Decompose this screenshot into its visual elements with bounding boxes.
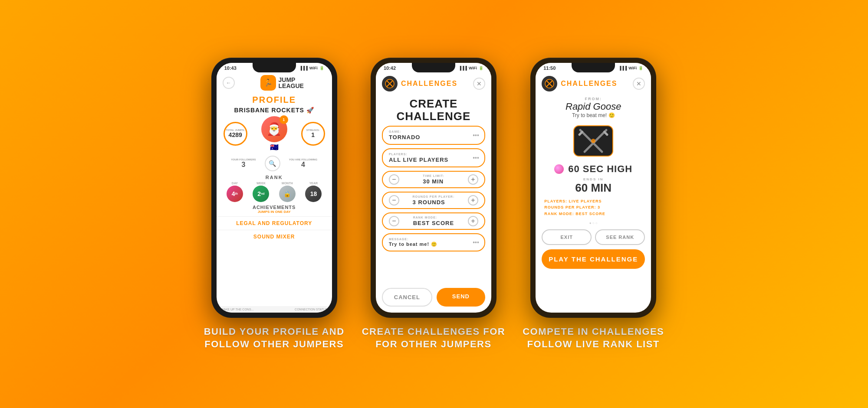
screen3-detail: 11:50 ▐▐▐ WiFi 🔋 [536,63,651,313]
game-type-row: 60 SEC HIGH [536,162,651,176]
logo-area: 🏃 JUMP LEAGUE [260,75,304,91]
swords-logo-icon-3 [545,79,554,88]
challenge-header-3: CHALLENGES ✕ [536,72,651,93]
rounds-label: ROUNDS PER PLAYER: [413,195,455,198]
battery-icon: 🔋 [319,66,324,70]
dots-indicator: ● ○ ○ [536,219,651,227]
battery-icon-3: 🔋 [638,66,643,70]
close-button-2[interactable]: ✕ [473,78,485,90]
rank-title: RANK [222,175,327,180]
signal-icon: ▐▐▐ [299,66,308,70]
from-name: Rapid Goose [542,101,645,112]
logo-icon: 🏃 [260,75,276,91]
message-value: Try to beat me! 🙂 [389,242,478,247]
message-more-icon[interactable]: ••• [473,239,479,246]
search-icon[interactable]: 🔍 [265,156,280,171]
rank-content: RANK MODE: BEST SCORE [413,216,454,226]
phone3-wrapper: 11:50 ▐▐▐ WiFi 🔋 [523,58,664,350]
ends-in-label: ENDS IN [536,177,650,181]
rank-plus-button[interactable]: + [468,216,478,226]
game-value: TORNADO [389,134,478,140]
medal-month: 🔒 [279,186,296,202]
from-label: FROM: [542,97,645,101]
status-time-3: 11:50 [543,65,556,71]
time-limit-field: − TIME LIMIT: 30 MIN + [382,171,485,188]
profile-title: PROFILE [217,93,332,107]
status-icons-1: ▐▐▐ WiFi 🔋 [299,66,324,70]
wifi-icon: WiFi [309,66,318,70]
players-more-icon[interactable]: ••• [473,154,479,161]
challenge-logo: CHALLENGES [382,76,457,91]
time-content: TIME LIMIT: 30 MIN [423,174,444,185]
bottom-left: WAKE UP THE CONS... [221,308,254,311]
rounds-minus-button[interactable]: − [389,195,399,206]
from-section: FROM: Rapid Goose Try to beat me! 🙂 [536,93,651,120]
message-label: MESSAGE: [389,238,478,241]
rank-mode-detail: RANK MODE: BEST SCORE [544,211,642,217]
exit-button[interactable]: EXIT [542,229,592,245]
wifi-icon-3: WiFi [628,66,637,70]
sound-menu-item[interactable]: SOUND MIXER [217,230,332,243]
rank-minus-button[interactable]: − [389,216,399,226]
ends-in-section: ENDS IN 60 MIN [536,176,651,196]
signal-icon-2: ▐▐▐ [459,66,467,70]
challenge-header: CHALLENGES ✕ [376,72,491,93]
phone3-caption: COMPETE IN CHALLENGESFOLLOW LIVE RANK LI… [523,326,664,350]
game-type-title: 60 SEC HIGH [568,163,632,175]
rank-value: BEST SCORE [413,220,454,226]
phone2-caption: CREATE CHALLENGES FORFOR OTHER JUMPERS [362,326,506,350]
game-more-icon[interactable]: ••• [473,132,479,139]
from-message: Try to beat me! 🙂 [542,112,645,118]
status-time-2: 10:42 [384,65,396,71]
message-field[interactable]: MESSAGE: Try to beat me! 🙂 ••• [382,233,485,251]
create-challenge-title: CREATE CHALLENGE [376,93,491,126]
medal-week: 2nd [253,186,269,202]
back-button[interactable]: ← [223,77,235,89]
legal-menu-item[interactable]: LEGAL AND REGULATORY [217,216,332,230]
phone1-screen: 10:43 ▐▐▐ WiFi 🔋 ← 🏃 JUMP [217,63,332,313]
bottom-bar: WAKE UP THE CONS... CONNECTION STATUS [217,306,332,313]
see-rank-button[interactable]: SEE RANK [595,229,645,245]
ends-in-value: 60 MIN [536,181,650,195]
challenge-details: PLAYERS: LIVE PLAYERS ROUNDS PER PLAYER:… [536,196,651,219]
phone3-screen: 11:50 ▐▐▐ WiFi 🔋 [536,63,651,313]
avatar: 🎅 1 [261,116,287,142]
challenge-header-title-3: CHALLENGES [561,80,617,88]
profile-header: ← 🏃 JUMP LEAGUE [217,72,332,93]
following-item: YOU ARE FOLLOWING 4 [289,158,317,169]
rank-day: DAY 4th [227,182,243,202]
screen1-profile: 10:43 ▐▐▐ WiFi 🔋 ← 🏃 JUMP [217,63,332,313]
game-field[interactable]: GAME: TORNADO ••• [382,126,485,145]
action-buttons-row: EXIT SEE RANK [536,227,651,248]
bottom-right: CONNECTION STATUS [295,308,328,311]
rank-items: DAY 4th WEEK 2nd MONTH 🔒 [222,182,327,202]
avatar-area: 🎅 1 🇦🇺 [261,116,287,151]
rank-month: MONTH 🔒 [279,182,296,202]
challenge-logo-icon [382,76,398,91]
total-jumps-circle: TOTAL JUMPS: 4289 [224,122,247,146]
rank-mode-field: − RANK MODE: BEST SCORE + [382,212,485,230]
close-button-3[interactable]: ✕ [633,78,645,90]
cancel-button[interactable]: CANCEL [382,288,432,307]
rounds-plus-button[interactable]: + [468,195,478,206]
rounds-content: ROUNDS PER PLAYER: 3 ROUNDS [413,195,455,206]
profile-name: BRISBANE ROCKETS 🚀 [217,107,332,114]
achievements-title: ACHIEVEMENTS [217,205,331,210]
send-button[interactable]: SEND [437,288,485,307]
challenge-header-title: CHALLENGES [401,80,457,88]
status-time-1: 10:43 [224,65,237,71]
menu-items: LEGAL AND REGULATORY SOUND MIXER [217,216,332,243]
time-plus-button[interactable]: + [468,174,478,185]
game-label: GAME: [389,130,478,133]
wifi-icon-2: WiFi [469,66,477,70]
medal-day: 4th [227,186,243,202]
phone1: 10:43 ▐▐▐ WiFi 🔋 ← 🏃 JUMP [211,58,337,318]
challenge-logo-3: CHALLENGES [542,76,617,91]
players-field[interactable]: PLAYERS: All Live Players ••• [382,148,485,167]
phone2-wrapper: 10:42 ▐▐▐ WiFi 🔋 [362,58,506,350]
play-challenge-button[interactable]: PLAY THE CHALLENGE [542,249,645,269]
phone3: 11:50 ▐▐▐ WiFi 🔋 [530,58,656,318]
create-form: GAME: TORNADO ••• PLAYERS: All Live Play… [376,126,491,284]
status-icons-2: ▐▐▐ WiFi 🔋 [459,66,483,70]
time-minus-button[interactable]: − [389,174,399,185]
